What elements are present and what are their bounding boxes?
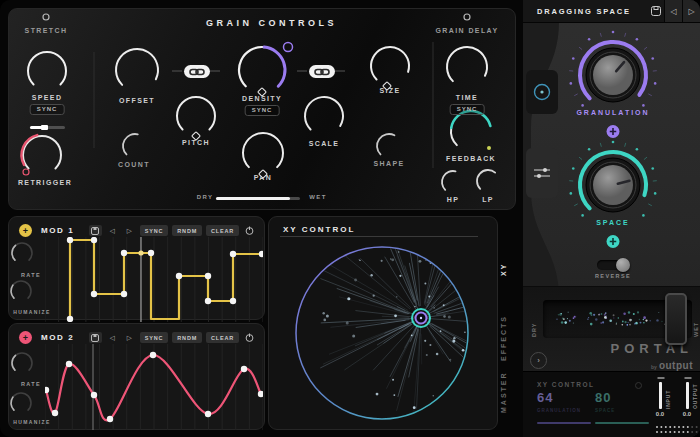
xy-pad[interactable]	[295, 246, 470, 419]
grain-delay-toggle[interactable]	[457, 11, 477, 35]
readout-indicator	[635, 382, 642, 389]
reverse-toggle[interactable]	[597, 260, 628, 270]
space-drywet-handle[interactable]	[665, 293, 687, 345]
mod2-clear-button[interactable]: CLEAR	[206, 332, 239, 343]
hp-knob[interactable]	[440, 169, 466, 195]
tab-effects[interactable]: EFFECTS	[500, 312, 522, 364]
mod1-color-dot[interactable]: +	[19, 224, 32, 237]
feedback-label: FEEDBACK	[446, 155, 496, 162]
granulation-knob[interactable]	[581, 43, 645, 107]
speed-mini-slider[interactable]	[30, 126, 65, 129]
plus-icon: +	[23, 333, 28, 343]
pitch-knob[interactable]	[175, 95, 217, 137]
xy-view-tab[interactable]	[526, 70, 558, 114]
mod1-panel: + MOD 1 ◁ ▷ SYNC RNDM CLEAR RATE HUMANIZ…	[8, 216, 265, 320]
mod1-sync-button[interactable]: SYNC	[140, 225, 168, 236]
density-knob[interactable]	[237, 45, 287, 95]
time-knob[interactable]	[445, 45, 489, 89]
mod2-title: MOD 2	[41, 333, 89, 342]
save-icon	[91, 334, 99, 342]
sliders-view-tab[interactable]	[526, 148, 558, 198]
chain-link-icon	[189, 68, 205, 76]
space-add-mod-button[interactable]	[607, 235, 620, 248]
input-meter	[659, 382, 662, 409]
plus-icon	[610, 128, 617, 135]
offset-knob[interactable]	[114, 47, 160, 93]
size-knob[interactable]	[369, 45, 411, 87]
dragging-space-panel: DRAGGING SPACE ◁ ▷ GRANULATION SPACE REV…	[523, 0, 700, 437]
mod2-humanize-knob[interactable]	[13, 390, 41, 418]
mod1-save-button[interactable]	[89, 225, 102, 236]
stretch-toggle[interactable]	[36, 11, 56, 35]
mod2-power-button[interactable]	[243, 332, 256, 343]
mod2-rndm-button[interactable]: RNDM	[172, 332, 202, 343]
density-sync-button[interactable]: SYNC	[245, 105, 280, 116]
mod2-next-button[interactable]: ▷	[123, 332, 136, 343]
preset-prev-button[interactable]: ◁	[664, 0, 682, 22]
power-icon	[245, 226, 254, 235]
chain-link-icon	[314, 68, 330, 76]
xy-control-panel: XY CONTROL	[268, 216, 498, 430]
mod1-power-button[interactable]	[243, 225, 256, 236]
mod2-rate-label: RATE	[21, 381, 41, 387]
speed-knob[interactable]	[26, 50, 68, 92]
space-underline	[595, 422, 649, 424]
space-knob[interactable]	[581, 153, 645, 217]
retrigger-knob[interactable]	[21, 134, 63, 176]
retrigger-label: RETRIGGER	[18, 179, 72, 186]
scale-knob[interactable]	[303, 95, 345, 137]
mod1-clear-button[interactable]: CLEAR	[206, 225, 239, 236]
mod1-prev-button[interactable]: ◁	[106, 225, 119, 236]
dry-label: DRY	[197, 194, 214, 200]
mod2-sync-button[interactable]: SYNC	[140, 332, 168, 343]
readout-title: XY CONTROL	[537, 381, 595, 388]
drywet-slider[interactable]	[216, 197, 300, 200]
mod1-step-sequencer[interactable]	[45, 237, 263, 322]
mod2-prev-button[interactable]: ◁	[106, 332, 119, 343]
mod2-humanize-label: HUMANIZE	[13, 419, 51, 425]
xy-title-underline	[280, 236, 478, 237]
offset-label: OFFSET	[119, 97, 155, 104]
link-density-size-button[interactable]	[309, 65, 335, 78]
grip-dots[interactable]	[654, 424, 700, 435]
preset-next-button[interactable]: ▷	[682, 0, 700, 22]
mod1-next-button[interactable]: ▷	[123, 225, 136, 236]
space-wet-label: WET	[693, 303, 699, 337]
lp-knob[interactable]	[475, 168, 501, 194]
plus-icon	[610, 238, 617, 245]
speed-sync-button[interactable]: SYNC	[30, 104, 65, 115]
mod1-rate-knob[interactable]	[13, 244, 41, 272]
speed-mini-handle[interactable]	[41, 125, 48, 131]
count-knob[interactable]	[121, 132, 149, 160]
scale-label: SCALE	[309, 140, 340, 147]
output-brand: output	[659, 360, 693, 371]
xy-handle[interactable]	[410, 308, 432, 330]
preset-save-button[interactable]	[647, 0, 664, 22]
granulation-label: GRANULATION	[576, 109, 649, 116]
output-value: 0.0	[680, 411, 694, 417]
mod1-humanize-label: HUMANIZE	[13, 309, 51, 315]
mod2-curve-editor[interactable]	[45, 344, 263, 430]
mod2-color-dot[interactable]: +	[19, 331, 32, 344]
preset-name: DRAGGING SPACE	[537, 7, 647, 16]
xy-readout-strip: XY CONTROL 64 GRANULATION 80 SPACE INPUT…	[523, 371, 700, 437]
hp-label: HP	[447, 196, 460, 203]
granulation-add-mod-button[interactable]	[607, 125, 620, 138]
tab-master[interactable]: MASTER	[500, 368, 522, 416]
input-value: 0.0	[653, 411, 667, 417]
mod1-rndm-button[interactable]: RNDM	[172, 225, 202, 236]
lp-label: LP	[482, 196, 494, 203]
mod2-save-button[interactable]	[89, 332, 102, 343]
save-icon	[91, 227, 99, 235]
shape-knob[interactable]	[375, 132, 403, 160]
mod1-humanize-knob[interactable]	[13, 281, 41, 309]
expand-chevron-button[interactable]: ›	[530, 352, 547, 369]
reverse-toggle-knob[interactable]	[616, 258, 630, 272]
size-label: SIZE	[379, 87, 400, 94]
tab-xy[interactable]: XY	[500, 258, 522, 280]
grain-panel-title: GRAIN CONTROLS	[206, 18, 337, 28]
link-offset-density-button[interactable]	[184, 65, 210, 78]
feedback-knob[interactable]	[449, 109, 493, 153]
mod2-rate-knob[interactable]	[13, 351, 41, 379]
pan-knob[interactable]	[241, 131, 285, 175]
